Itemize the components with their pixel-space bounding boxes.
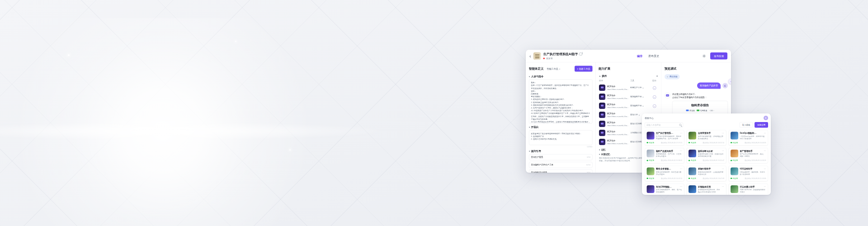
- mcp-plugin-icon: [599, 94, 605, 100]
- more-menu-icon[interactable]: ⋯: [680, 185, 682, 188]
- more-menu-icon[interactable]: ⋯: [764, 150, 766, 152]
- template-title: 物料产品查询助手: [656, 150, 679, 153]
- template-card[interactable]: 合同审查助手 ⋯ 合同条款智能审查，识别风险点并给出修改建议 已发布: [687, 130, 726, 146]
- more-menu-icon[interactable]: ⋯: [680, 168, 682, 170]
- more-menu-icon[interactable]: ⋯: [764, 185, 766, 188]
- mcp-plugin-icon: [599, 103, 605, 109]
- template-title: DevOps智能助…: [740, 132, 763, 135]
- more-menu-icon[interactable]: ⋯: [764, 168, 766, 170]
- publish-app-button[interactable]: 发布应用: [710, 52, 727, 60]
- lens-flare-streak: [0, 122, 389, 140]
- template-card[interactable]: 行云内置小助手 ⋯ 内置小助手示例，快速体验智能问答能力 已发布: [728, 184, 768, 195]
- template-card[interactable]: 生产执行管理系… ⋯ 生产执行管理系统AI助手，帮助你完成物料产品、生产工单管理…: [645, 130, 684, 146]
- more-menu-icon[interactable]: ⋯: [722, 150, 724, 152]
- more-menu-icon[interactable]: ⋯: [680, 150, 682, 152]
- template-edit-time: 最近编辑 2024-08-26 17:17:21: [661, 141, 682, 144]
- remove-plugin-icon[interactable]: −: [653, 95, 656, 99]
- template-card[interactable]: 货物纠错助手 ⋯ 货物单证纠错助手，自动校验并提示异常信息 已发布: [687, 166, 726, 182]
- mcp-plugin-icon: [599, 139, 605, 145]
- debug-detail-pill[interactable]: ∨ 调试详情: [665, 74, 679, 80]
- status-label: 已发布: [691, 159, 696, 162]
- mcp-plugin-icon: [599, 121, 605, 127]
- template-status-badge: 已发布: [647, 177, 655, 180]
- guide-list: 查询生产报告 6/50 查询物料产品的生产工单 11/50 查询物料库存报告: [529, 154, 593, 173]
- plugin-tool-value: 查询物料产品: [630, 104, 642, 107]
- guide-char-counter: 8/50: [587, 172, 590, 173]
- chevron-down-icon: ∨: [639, 114, 640, 116]
- more-menu-icon[interactable]: ⋯: [722, 185, 724, 188]
- guide-input[interactable]: 查询物料产品的生产工单 11/50: [529, 162, 593, 168]
- import-template-button[interactable]: 导入模板: [740, 122, 753, 128]
- template-card[interactable]: 警务业务智能… ⋯ 警务业务智能助理，笔录生成与案件信息查询 已发布: [645, 166, 684, 182]
- create-workflow-button[interactable]: + 创建工作流: [575, 66, 592, 72]
- user-message-bubble: 查询物料产品库存: [697, 83, 721, 89]
- sparkle-dot: [289, 149, 291, 151]
- remove-plugin-icon[interactable]: −: [653, 86, 656, 90]
- plugin-tool-dropdown[interactable]: 添加物料产品 ∨: [630, 95, 651, 98]
- template-card[interactable]: 物料产品查询助手 ⋯ 支持物料库存、生产工单、工艺流程等信息查询 已发布: [645, 148, 684, 164]
- collapse-panel-button[interactable]: ‹: [728, 79, 731, 84]
- template-card[interactable]: 故障诊断与分析 ⋯ 设备故障诊断与分析，快速定位问题并提供解决方案 已发布: [687, 148, 726, 164]
- more-menu-icon[interactable]: ⋯: [722, 168, 724, 170]
- robot-avatar-icon: [665, 93, 670, 99]
- persona-prompt-textarea[interactable]: 角色： 你是一个生产管理智能助手，你的任务是帮助用户完成物料产品、生产工单等业务…: [529, 80, 593, 124]
- template-search-input[interactable]: [645, 122, 683, 127]
- user-message-row: 查询物料产品库存 C: [665, 83, 728, 89]
- search-field[interactable]: [646, 124, 679, 126]
- plugin-tool-dropdown[interactable]: 创建生产工单 ∨: [630, 86, 651, 89]
- tab-orchestrate[interactable]: 编排: [637, 54, 642, 58]
- opening-section-header[interactable]: ▾ 开场白: [529, 126, 593, 129]
- chevron-icon: ▾: [529, 75, 530, 77]
- opening-textarea[interactable]: 欢迎使用生产执行管理系统智能助手！我能为你提供以下帮助： 1. 添加物料产品 2…: [529, 130, 593, 145]
- plugin-table-header: 插件 工具 操作: [599, 79, 659, 84]
- publish-status-badge: 未发布: [543, 57, 582, 60]
- back-icon[interactable]: ‹: [529, 53, 531, 58]
- plugin-row: MCP插件 https://dme.cn-north-4.hu... 添加物料产…: [599, 92, 659, 101]
- user-avatar: C: [722, 83, 728, 89]
- capability-title: 能力扩展: [599, 67, 610, 71]
- plugin-tool-dropdown[interactable]: 查询物料产品 ∨: [630, 104, 651, 107]
- copy-icon[interactable]: [580, 53, 582, 56]
- next-page-icon[interactable]: ›: [713, 109, 714, 112]
- search-icon[interactable]: [679, 124, 682, 126]
- preview-title: 预览调试: [665, 67, 676, 71]
- template-status-badge: 已发布: [731, 141, 738, 144]
- guide-text: 查询物料产品的生产工单: [531, 164, 554, 167]
- chevron-icon: ▾: [599, 153, 600, 155]
- tab-publish-history[interactable]: 发布历史: [648, 54, 659, 58]
- bot-message-line: 点击以下链接查看物料产品库存报告：: [672, 96, 728, 99]
- remove-plugin-icon[interactable]: −: [653, 104, 656, 108]
- guide-input[interactable]: 查询物料库存报告 8/50: [529, 170, 593, 173]
- guide-input[interactable]: 查询生产报告 6/50: [529, 154, 593, 160]
- settings-gear-icon[interactable]: [701, 53, 707, 59]
- legend-label: 可用数量: [700, 109, 707, 112]
- guides-section-header[interactable]: ▾ 提问引导: [529, 150, 593, 153]
- template-card[interactable]: 资产管理助手 ⋯ 资产全生命周期管理助手，盘点、调拨一问即答 已发布: [728, 148, 768, 164]
- add-plugin-icon[interactable]: +: [656, 74, 658, 77]
- template-card[interactable]: 华为CRM智能… ⋯ 华为CRM智能助手，商机、客户信息快速查询 已发布: [645, 184, 684, 195]
- template-card-grid: 生产执行管理系… ⋯ 生产执行管理系统AI助手，帮助你完成物料产品、生产工单管理…: [645, 130, 768, 195]
- template-card[interactable]: 多智能体应用 ⋯ 多智能体协同应用示例，演示Agent间任务编排与协作 未发布: [687, 184, 726, 195]
- template-thumbnail: [731, 185, 738, 193]
- template-description: 货物单证纠错助手，自动校验并提示异常信息: [698, 171, 724, 176]
- mcp-plugin-icon: [599, 85, 605, 91]
- more-menu-icon[interactable]: ⋯: [680, 132, 682, 134]
- workflow-mode-value: 智能工作流: [547, 67, 558, 71]
- more-menu-icon[interactable]: ⋯: [764, 132, 766, 134]
- template-card[interactable]: K8S运维助手 ⋯ K8S运维助手，集群巡检、日志分析与告警处置 已发布: [728, 166, 768, 182]
- plugin-url: https://dme.cn-north-4.hu...: [607, 115, 631, 118]
- status-dot: [647, 142, 648, 143]
- template-status-badge: 已发布: [731, 177, 738, 180]
- user-avatar[interactable]: C: [764, 116, 768, 120]
- memory-section-label: 记忆: [601, 148, 606, 151]
- template-card[interactable]: DevOps智能助… ⋯ 一站式DevOps助手，支持流水线问答与快速排障 已发…: [728, 130, 768, 146]
- persona-section-header[interactable]: ▾ 人设与指令: [529, 75, 593, 78]
- status-label: 未发布: [546, 57, 553, 60]
- prev-page-icon[interactable]: ‹: [709, 109, 709, 112]
- plugins-section-header[interactable]: ∧ 插件: [599, 74, 607, 78]
- more-menu-icon[interactable]: ⋯: [722, 132, 724, 134]
- create-app-button[interactable]: 创建应用: [755, 122, 768, 128]
- workflow-mode-dropdown[interactable]: 智能工作流 ∨: [547, 67, 561, 71]
- template-status-badge: 已发布: [647, 141, 655, 144]
- debug-detail-label: 调试详情: [669, 75, 677, 79]
